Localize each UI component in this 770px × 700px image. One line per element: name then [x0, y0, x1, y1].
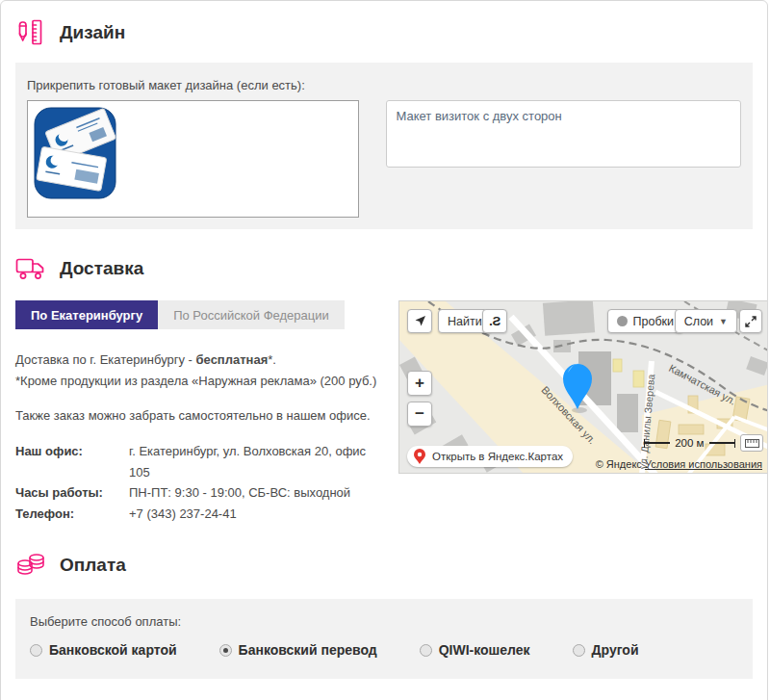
design-heading: Дизайн: [60, 22, 125, 43]
radio-icon[interactable]: [420, 644, 432, 657]
layers-button[interactable]: Слои ▼: [675, 309, 737, 333]
radio-icon[interactable]: [219, 644, 232, 657]
payment-options: Банковской картой Банковский перевод QIW…: [30, 642, 738, 658]
pencil-ruler-icon: [15, 18, 46, 47]
radio-icon[interactable]: [30, 644, 42, 657]
payment-section-header: Оплата: [1, 524, 767, 585]
payment-heading: Оплата: [60, 555, 126, 576]
open-in-yandex-maps-link[interactable]: Открыть в Яндекс.Картах: [407, 446, 573, 467]
traffic-light-icon: [617, 316, 628, 326]
payment-option-other[interactable]: Другой: [573, 642, 639, 658]
order-page: Дизайн Прикрепить готовый макет дизайна …: [0, 0, 768, 700]
route-button[interactable]: S.: [482, 309, 507, 333]
delivery-content: По Екатеринбургу По Российской Федерации…: [1, 300, 767, 524]
map-scale: 200 м: [644, 437, 735, 449]
delivery-note-line: *Кроме продукции из раздела «Наружная ре…: [15, 372, 386, 391]
payment-option-transfer[interactable]: Банковский перевод: [219, 642, 377, 658]
design-comment-input[interactable]: [386, 100, 741, 168]
payment-option-card[interactable]: Банковской картой: [30, 642, 177, 658]
delivery-section-header: Доставка: [1, 229, 767, 289]
payment-option-qiwi[interactable]: QIWI-кошелек: [420, 642, 530, 658]
expand-arrows-icon: [745, 316, 757, 327]
navigation-arrow-icon: [414, 315, 426, 327]
office-phone-row: Телефон: +7 (343) 237-24-41: [15, 504, 386, 524]
pickup-line: Также заказ можно забрать самостоятельно…: [15, 406, 386, 426]
coins-icon: [15, 551, 46, 580]
traffic-button[interactable]: Пробки: [607, 309, 684, 333]
ruler-button[interactable]: [740, 434, 763, 452]
geolocation-button[interactable]: [407, 309, 432, 333]
delivery-info-text: Доставка по г. Екатеринбургу - бесплатна…: [15, 350, 386, 426]
fullscreen-button[interactable]: [739, 309, 762, 333]
terms-of-use-link[interactable]: Условия использования: [645, 458, 762, 470]
radio-icon[interactable]: [573, 644, 585, 657]
attach-label: Прикрепить готовый макет дизайна (если е…: [27, 78, 741, 92]
uploaded-design-thumbnail[interactable]: [34, 107, 116, 199]
office-info: Наш офис: г. Екатеринбург, ул. Волховска…: [15, 441, 386, 524]
ruler-icon: [745, 439, 759, 448]
design-section-header: Дизайн: [1, 1, 767, 53]
payment-panel: Выберите способ оплаты: Банковской карто…: [15, 599, 753, 679]
map-copyright: © Яндекс Условия использования: [596, 458, 762, 470]
tab-ekaterinburg[interactable]: По Екатеринбургу: [15, 300, 158, 329]
choose-payment-label: Выберите способ оплаты:: [30, 614, 738, 629]
delivery-heading: Доставка: [60, 258, 143, 279]
upload-dropzone[interactable]: [27, 100, 359, 218]
design-panel: Прикрепить готовый макет дизайна (если е…: [15, 63, 753, 229]
route-icon: S.: [489, 314, 500, 328]
yandex-pin-icon: [413, 449, 426, 465]
delivery-tabs: По Екатеринбургу По Российской Федерации: [15, 300, 386, 329]
zoom-in-button[interactable]: +: [407, 371, 432, 396]
yandex-map[interactable]: Волховская ул. ул. Данилы Зверева Камчат…: [398, 300, 768, 474]
office-hours-row: Часы работы: ПН-ПТ: 9:30 - 19:00, СБ-ВС:…: [15, 482, 386, 503]
chevron-down-icon: ▼: [719, 317, 728, 326]
office-address-row: Наш офис: г. Екатеринбург, ул. Волховска…: [15, 441, 386, 482]
tab-russia[interactable]: По Российской Федерации: [158, 300, 345, 329]
truck-icon: [15, 254, 46, 283]
delivery-free-line: Доставка по г. Екатеринбургу - бесплатна…: [15, 350, 386, 370]
zoom-out-button[interactable]: −: [407, 402, 432, 427]
